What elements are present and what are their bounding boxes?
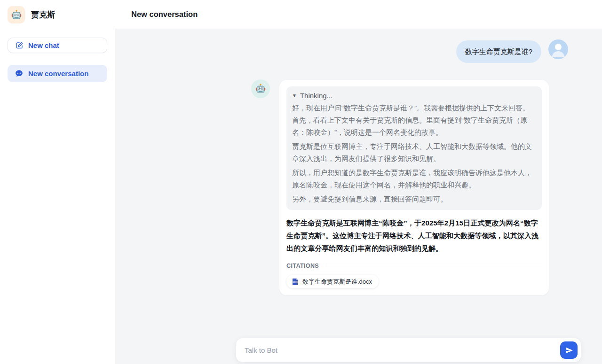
conversation-title: New conversation xyxy=(131,10,198,19)
send-button[interactable] xyxy=(560,341,578,359)
main-panel: New conversation 数字生命贾克斯是谁? xyxy=(115,0,602,364)
user-message-row: 数字生命贾克斯是谁? xyxy=(456,40,568,63)
person-icon xyxy=(548,39,568,59)
bot-answer-text: 数字生命贾克斯是互联网博主“陈咬金”，于2025年2月15日正式更改为网名“数字… xyxy=(286,217,542,255)
message-composer xyxy=(236,338,581,362)
thinking-paragraphs: 好，现在用户问“数字生命贾克斯是谁？”。我需要根据提供的上下文来回答。首先，看看… xyxy=(292,102,536,205)
thinking-paragraph: 好，现在用户问“数字生命贾克斯是谁？”。我需要根据提供的上下文来回答。 xyxy=(292,102,536,114)
sidebar: 贾克斯 New chat New conversation xyxy=(0,0,115,364)
citation-list: DOCX 数字生命贾克斯是谁.docx xyxy=(286,275,542,288)
thinking-block: ▼ Thinking... 好，现在用户问“数字生命贾克斯是谁？”。我需要根据提… xyxy=(286,86,542,210)
citations-label: CITATIONS xyxy=(286,263,319,269)
user-message-bubble: 数字生命贾克斯是谁? xyxy=(456,40,541,63)
thinking-paragraph: 另外，要避免提到信息来源，直接回答问题即可。 xyxy=(292,193,536,205)
thinking-paragraph: 贾克斯是位互联网博主，专注于网络技术、人工智能和大数据等领域。他的文章深入浅出，… xyxy=(292,140,536,165)
robot-icon xyxy=(255,83,266,94)
docx-file-icon: DOCX xyxy=(292,278,299,286)
bot-message-card: ▼ Thinking... 好，现在用户问“数字生命贾克斯是谁？”。我需要根据提… xyxy=(279,80,549,295)
bot-brand-avatar xyxy=(8,6,25,23)
new-chat-button[interactable]: New chat xyxy=(8,38,107,53)
thinking-label: Thinking... xyxy=(300,90,333,102)
edit-pencil-icon xyxy=(16,41,24,49)
send-paper-plane-icon xyxy=(565,346,573,355)
collapse-triangle-icon: ▼ xyxy=(292,90,297,102)
bot-avatar xyxy=(251,79,270,98)
citation-pill[interactable]: DOCX 数字生命贾克斯是谁.docx xyxy=(286,275,379,288)
conversation-header: New conversation xyxy=(115,0,602,29)
app-window: 贾克斯 New chat New conversation xyxy=(0,0,602,364)
thinking-paragraph: 所以，用户想知道的是数字生命贾克斯是谁，我应该明确告诉他这是他本人，原名陈咬金，… xyxy=(292,167,536,191)
citations-divider xyxy=(325,266,542,266)
citations-section: CITATIONS DOCX 数字生命贾克斯是谁.docx xyxy=(286,263,542,288)
conversation-item-label: New conversation xyxy=(28,70,88,77)
chat-bubble-icon xyxy=(15,70,23,77)
message-input[interactable] xyxy=(245,346,560,354)
bot-name: 贾克斯 xyxy=(31,9,55,20)
citations-header: CITATIONS xyxy=(286,263,542,269)
bot-message-row: ▼ Thinking... 好，现在用户问“数字生命贾克斯是谁？”。我需要根据提… xyxy=(251,79,549,295)
sidebar-item-new-conversation[interactable]: New conversation xyxy=(8,65,107,82)
svg-text:DOCX: DOCX xyxy=(293,281,298,283)
thinking-toggle[interactable]: ▼ Thinking... xyxy=(292,90,536,102)
thinking-paragraph: 首先，看看上下文中有关于贾克斯的信息。里面有提到“数字生命贾克斯（原名：陈咬金）… xyxy=(292,114,536,139)
robot-icon xyxy=(11,9,22,21)
user-avatar xyxy=(548,39,568,59)
bot-brand: 贾克斯 xyxy=(8,6,107,23)
chat-area: 数字生命贾克斯是谁? xyxy=(115,29,602,364)
citation-filename: 数字生命贾克斯是谁.docx xyxy=(302,278,372,286)
new-chat-label: New chat xyxy=(28,41,59,49)
